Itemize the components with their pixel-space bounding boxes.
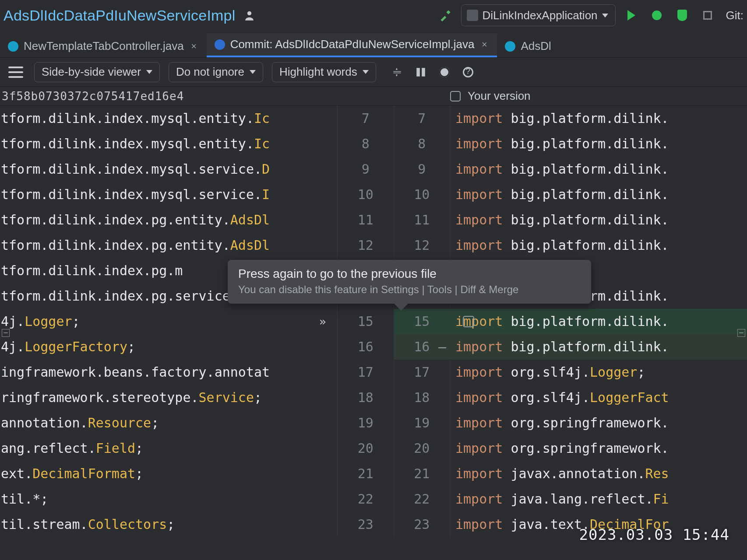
line-number-right: 22 <box>394 486 451 512</box>
line-number-left: 22 <box>337 486 394 512</box>
diff-body[interactable]: tform.dilink.index.mysql.entity.Ic77impo… <box>0 106 747 560</box>
line-number-left: 19 <box>337 410 394 436</box>
line-number-left: 9 <box>337 157 394 182</box>
line-number-right: 10 <box>394 182 451 207</box>
tooltip-subtitle: You can disable this feature in Settings… <box>238 284 581 296</box>
diff-row[interactable]: tform.dilink.index.mysql.entity.Ic77impo… <box>0 106 747 131</box>
tab-commit-diff[interactable]: Commit: AdsDlIdcDataPdIuNewServiceImpl.j… <box>207 33 497 57</box>
diff-row[interactable]: tform.dilink.index.pg.entity.AdsDl1111im… <box>0 207 747 233</box>
tab-label: Commit: AdsDlIdcDataPdIuNewServiceImpl.j… <box>230 38 475 51</box>
left-code: tform.dilink.index.mysql.service.I– <box>0 182 337 207</box>
left-code: ingframework.beans.factory.annotat <box>0 360 337 385</box>
diff-row[interactable]: til.*;2222import java.lang.reflect.Fi <box>0 486 747 512</box>
tab-label: AdsDl <box>521 39 551 53</box>
right-code: import java.lang.reflect.Fi <box>450 486 747 512</box>
right-code: –import javax.annotation.Res <box>450 461 747 486</box>
line-number-left: 20 <box>337 436 394 461</box>
hint-tooltip: Press again to go to the previous file Y… <box>228 260 591 304</box>
chevron-down-icon <box>602 14 608 18</box>
gutter: 2121 <box>337 461 450 486</box>
line-number-left: 17 <box>337 360 394 385</box>
gutter: 88 <box>337 131 450 157</box>
right-code: import big.platform.dilink. <box>450 309 747 334</box>
diff-row[interactable]: tform.dilink.index.pg.entity.AdsDl1212im… <box>0 233 747 258</box>
settings-button[interactable] <box>435 63 454 82</box>
left-code: tform.dilink.index.mysql.entity.Ic <box>0 131 337 157</box>
viewer-mode-dropdown[interactable]: Side-by-side viewer <box>34 62 160 82</box>
stop-button[interactable] <box>698 6 717 25</box>
collapse-unchanged-button[interactable] <box>388 63 407 82</box>
right-code: import big.platform.dilink. <box>450 106 747 131</box>
diff-pane-header: 3f58b0730372c075417ed16e4 Your version <box>0 87 747 106</box>
line-number-right: 16– <box>394 334 451 360</box>
line-number-right: 7 <box>394 106 451 131</box>
line-number-right: 8 <box>394 131 451 157</box>
next-change-arrow-icon[interactable]: » <box>319 309 326 334</box>
diff-row[interactable]: ingframework.beans.factory.annotat1717im… <box>0 360 747 385</box>
users-icon[interactable] <box>241 6 261 25</box>
diff-row[interactable]: ang.reflect.Field;2020import org.springf… <box>0 436 747 461</box>
close-icon[interactable]: × <box>189 42 199 51</box>
svg-rect-1 <box>416 68 420 77</box>
line-number-right: 19 <box>394 410 451 436</box>
diff-row[interactable]: ringframework.stereotype.Service;1818imp… <box>0 385 747 410</box>
tab-file-3[interactable]: AdsDl <box>497 35 553 57</box>
diff-icon <box>215 39 225 50</box>
right-code: –import big.platform.dilink. <box>450 182 747 207</box>
line-number-left: 10 <box>337 182 394 207</box>
your-version-label: Your version <box>468 89 531 103</box>
left-code: 4j.LoggerFactory; <box>0 334 337 360</box>
svg-rect-2 <box>422 68 425 77</box>
run-button[interactable] <box>622 6 641 25</box>
run-config-dropdown[interactable]: DiLinkIndexApplication <box>461 4 616 26</box>
left-code: tform.dilink.index.mysql.entity.Ic <box>0 106 337 131</box>
left-code: annotation.Resource;– <box>0 410 337 436</box>
coverage-button[interactable] <box>673 6 692 25</box>
diff-row[interactable]: tform.dilink.index.mysql.service.I–1010–… <box>0 182 747 207</box>
line-number-right: 20 <box>394 436 451 461</box>
diff-row[interactable]: ext.DecimalFormat;2121–import javax.anno… <box>0 461 747 486</box>
run-config-label: DiLinkIndexApplication <box>483 9 598 22</box>
diff-row[interactable]: tform.dilink.index.mysql.entity.Ic88impo… <box>0 131 747 157</box>
ignore-mode-dropdown[interactable]: Do not ignore <box>169 62 263 82</box>
breadcrumb-class[interactable]: AdsDlIdcDataPdIuNewServiceImpl <box>4 7 235 24</box>
gutter: »1515 <box>337 309 450 334</box>
your-version-checkbox[interactable] <box>450 91 461 102</box>
diff-row[interactable]: 4j.LoggerFactory;1616–import big.platfor… <box>0 334 747 360</box>
tooltip-title: Press again to go to the previous file <box>238 267 581 281</box>
shield-icon <box>677 10 687 21</box>
play-icon <box>627 10 635 21</box>
highlight-mode-dropdown[interactable]: Highlight words <box>272 62 376 82</box>
diff-row[interactable]: 4j.Logger;»1515import big.platform.dilin… <box>0 309 747 334</box>
bug-icon <box>652 10 662 20</box>
close-icon[interactable]: × <box>479 40 489 49</box>
hammer-build-icon[interactable] <box>436 6 455 25</box>
gutter: 1010 <box>337 182 450 207</box>
gutter: 2222 <box>337 486 450 512</box>
line-number-left: 7 <box>337 106 394 131</box>
ignore-mode-label: Do not ignore <box>176 65 244 79</box>
left-code: tform.dilink.index.pg.entity.AdsDl <box>0 207 337 233</box>
accept-change-checkbox[interactable] <box>463 316 474 327</box>
sync-scroll-button[interactable] <box>411 63 430 82</box>
gutter: 1717 <box>337 360 450 385</box>
right-code: import org.springframework. <box>450 410 747 436</box>
line-number-left: 12 <box>337 233 394 258</box>
gutter: 1919 <box>337 410 450 436</box>
gutter: 99 <box>337 157 450 182</box>
right-code: import org.slf4j.LoggerFact <box>450 385 747 410</box>
right-code: import big.platform.dilink. <box>450 334 747 360</box>
diff-toolbar: Side-by-side viewer Do not ignore Highli… <box>0 58 747 87</box>
line-number-left: 21 <box>337 461 394 486</box>
debug-button[interactable] <box>647 6 666 25</box>
git-label[interactable]: Git: <box>726 9 743 22</box>
toolbar-menu-button[interactable] <box>6 63 25 82</box>
gutter: 1111 <box>337 207 450 233</box>
app-icon <box>467 10 478 21</box>
tab-file-1[interactable]: NewTemplateTabController.java × <box>0 35 207 57</box>
gutter: 1818 <box>337 385 450 410</box>
editor-tabs: NewTemplateTabController.java × Commit: … <box>0 31 747 58</box>
diff-row[interactable]: tform.dilink.index.mysql.service.D99impo… <box>0 157 747 182</box>
help-button[interactable] <box>458 63 478 82</box>
diff-row[interactable]: annotation.Resource;–1919import org.spri… <box>0 410 747 436</box>
